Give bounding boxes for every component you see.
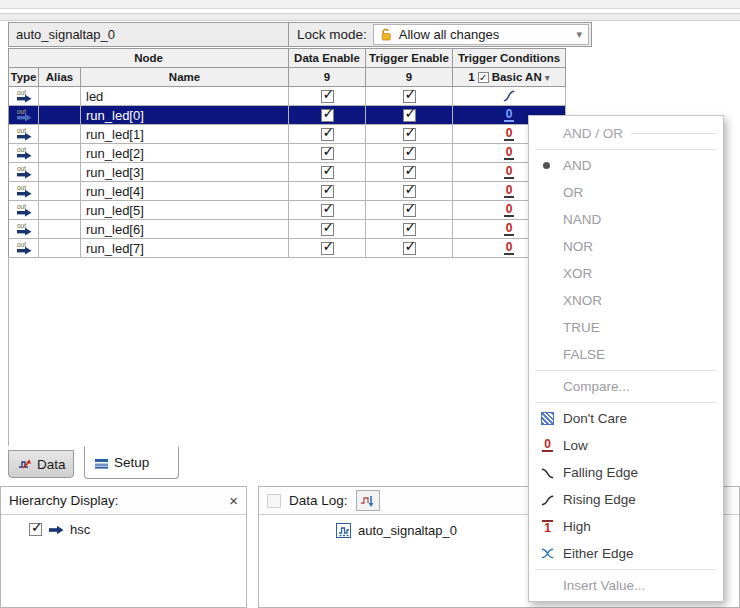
menu-separator — [535, 569, 717, 570]
alias-cell[interactable] — [39, 163, 81, 182]
table-row[interactable]: out run_led[5] ✓ ✓ 0 — [9, 201, 566, 220]
node-name[interactable]: run_led[4] — [81, 182, 289, 201]
trigger-cond-checkbox[interactable]: ✓ — [478, 72, 489, 83]
hierarchy-display-panel: Hierarchy Display: × ✓ hsc — [0, 486, 247, 608]
tab-data[interactable]: Data — [8, 450, 74, 478]
table-row[interactable]: out run_led[4] ✓ ✓ 0 — [9, 182, 566, 201]
menu-item-true[interactable]: TRUE — [529, 314, 723, 341]
table-row[interactable]: out run_led[1] ✓ ✓ 0 — [9, 125, 566, 144]
menu-item-dont-care[interactable]: Don't Care — [529, 405, 723, 432]
trigger-enable-cell[interactable]: ✓ — [366, 87, 453, 106]
trigger-enable-cell[interactable]: ✓ — [366, 144, 453, 163]
instance-name[interactable]: auto_signaltap_0 — [9, 23, 289, 46]
svg-text:out: out — [17, 146, 26, 153]
window-chrome-bar — [0, 0, 740, 9]
output-port-icon: out — [9, 163, 39, 182]
menu-separator — [535, 149, 717, 150]
trigger-enable-cell[interactable]: ✓ — [366, 163, 453, 182]
menu-item-nor[interactable]: NOR — [529, 233, 723, 260]
trigger-condition-cell-rising-edge[interactable] — [453, 87, 566, 106]
chevron-down-icon[interactable]: ▾ — [576, 28, 582, 41]
trigger-enable-cell[interactable]: ✓ — [366, 201, 453, 220]
data-log-checkbox[interactable] — [267, 494, 281, 508]
node-name[interactable]: run_led[3] — [81, 163, 289, 182]
menu-item-either-edge[interactable]: Either Edge — [529, 540, 723, 567]
data-enable-cell[interactable]: ✓ — [289, 239, 366, 258]
hierarchy-item-hsc[interactable]: ✓ hsc — [1, 515, 246, 537]
menu-item-insert-value[interactable]: Insert Value... — [529, 572, 723, 599]
table-row-selected[interactable]: out run_led[0] ✓ ✓ 0 — [9, 106, 566, 125]
data-enable-cell[interactable]: ✓ — [289, 163, 366, 182]
alias-cell[interactable] — [39, 201, 81, 220]
node-name[interactable]: run_led[2] — [81, 144, 289, 163]
alias-cell[interactable] — [39, 144, 81, 163]
menu-item-and[interactable]: AND — [529, 152, 723, 179]
alias-cell[interactable] — [39, 239, 81, 258]
data-enable-count: 9 — [289, 68, 366, 87]
tab-label: Data — [37, 457, 66, 472]
menu-item-high[interactable]: 1 High — [529, 513, 723, 540]
output-port-icon: out — [9, 144, 39, 163]
hsc-checkbox[interactable]: ✓ — [29, 523, 42, 536]
svg-text:out: out — [17, 222, 26, 229]
trigger-enable-cell[interactable]: ✓ — [366, 182, 453, 201]
svg-text:out: out — [17, 127, 26, 134]
trigger-enable-cell[interactable]: ✓ — [366, 125, 453, 144]
node-name[interactable]: run_led[0] — [81, 106, 289, 125]
table-row[interactable]: out run_led[2] ✓ ✓ 0 — [9, 144, 566, 163]
menu-item-xnor[interactable]: XNOR — [529, 287, 723, 314]
menu-item-or[interactable]: OR — [529, 179, 723, 206]
alias-cell[interactable] — [39, 182, 81, 201]
data-enable-cell[interactable]: ✓ — [289, 182, 366, 201]
data-enable-cell[interactable]: ✓ — [289, 125, 366, 144]
trigger-condition-selector[interactable]: 1 ✓ Basic AN ▾ — [453, 68, 566, 87]
output-port-icon: out — [9, 125, 39, 144]
menu-item-false[interactable]: FALSE — [529, 341, 723, 368]
svg-text:out: out — [17, 241, 26, 248]
chevron-down-icon[interactable]: ▾ — [545, 72, 550, 83]
trigger-enable-cell[interactable]: ✓ — [366, 106, 453, 125]
trigger-condition-context-menu: AND / OR AND OR NAND NOR XOR XNOR TRUE F… — [528, 115, 724, 602]
node-name[interactable]: run_led[5] — [81, 201, 289, 220]
data-enable-cell[interactable]: ✓ — [289, 201, 366, 220]
table-row[interactable]: out run_led[7] ✓ ✓ 0 — [9, 239, 566, 258]
data-enable-cell[interactable]: ✓ — [289, 87, 366, 106]
hierarchy-item-label: hsc — [70, 522, 90, 537]
col-header-name: Name — [81, 68, 289, 87]
menu-item-xor[interactable]: XOR — [529, 260, 723, 287]
col-header-type: Type — [9, 68, 39, 87]
node-name[interactable]: run_led[1] — [81, 125, 289, 144]
node-name[interactable]: led — [81, 87, 289, 106]
table-row[interactable]: out led ✓ ✓ — [9, 87, 566, 106]
hierarchy-title: Hierarchy Display: — [9, 493, 119, 508]
data-waveform-icon — [18, 458, 32, 470]
lock-mode-dropdown[interactable]: Allow all changes ▾ — [373, 24, 589, 45]
alias-cell[interactable] — [39, 106, 81, 125]
instance-strip: auto_signaltap_0 Lock mode: Allow all ch… — [8, 22, 592, 47]
close-icon[interactable]: × — [229, 493, 238, 508]
data-enable-cell[interactable]: ✓ — [289, 106, 366, 125]
trigger-enable-cell[interactable]: ✓ — [366, 220, 453, 239]
data-log-capture-button[interactable] — [356, 490, 380, 511]
node-name[interactable]: run_led[7] — [81, 239, 289, 258]
alias-cell[interactable] — [39, 220, 81, 239]
menu-item-low[interactable]: 0 Low — [529, 432, 723, 459]
radio-selected-icon — [543, 162, 550, 169]
menu-item-falling-edge[interactable]: Falling Edge — [529, 459, 723, 486]
svg-text:out: out — [17, 203, 26, 210]
menu-item-rising-edge[interactable]: Rising Edge — [529, 486, 723, 513]
menu-item-nand[interactable]: NAND — [529, 206, 723, 233]
data-enable-cell[interactable]: ✓ — [289, 144, 366, 163]
tab-setup[interactable]: Setup — [84, 446, 179, 479]
node-name[interactable]: run_led[6] — [81, 220, 289, 239]
table-row[interactable]: out run_led[3] ✓ ✓ 0 — [9, 163, 566, 182]
table-row[interactable]: out run_led[6] ✓ ✓ 0 — [9, 220, 566, 239]
menu-item-compare[interactable]: Compare... — [529, 373, 723, 400]
alias-cell[interactable] — [39, 87, 81, 106]
data-enable-cell[interactable]: ✓ — [289, 220, 366, 239]
trigger-enable-cell[interactable]: ✓ — [366, 239, 453, 258]
alias-cell[interactable] — [39, 125, 81, 144]
falling-edge-icon — [539, 466, 556, 480]
tab-label: Setup — [114, 455, 149, 470]
trigger-cond-value: Basic AN — [492, 71, 542, 83]
